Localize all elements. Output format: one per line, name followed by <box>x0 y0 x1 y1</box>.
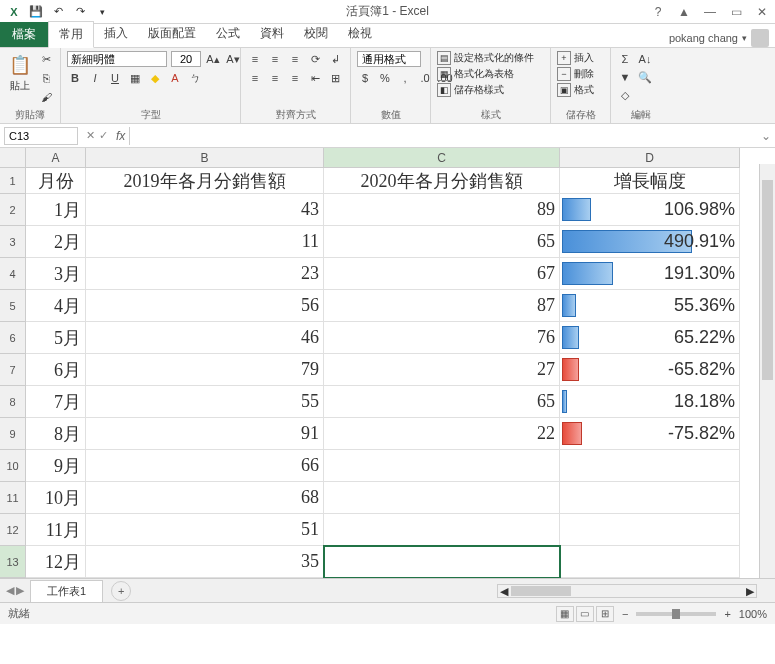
horizontal-scrollbar[interactable]: ◀▶ <box>497 584 757 598</box>
cell-C2[interactable]: 89 <box>324 194 560 226</box>
currency-icon[interactable]: $ <box>357 70 373 86</box>
undo-icon[interactable]: ↶ <box>50 4 66 20</box>
cell-B9[interactable]: 91 <box>86 418 324 450</box>
zoom-slider[interactable] <box>636 612 716 616</box>
align-bottom-icon[interactable]: ≡ <box>287 51 303 67</box>
cell-B7[interactable]: 79 <box>86 354 324 386</box>
cell-A4[interactable]: 3月 <box>26 258 86 290</box>
ribbon-tab-1[interactable]: 插入 <box>94 21 138 47</box>
col-header-A[interactable]: A <box>26 148 86 168</box>
row-header-11[interactable]: 11 <box>0 482 26 514</box>
zoom-level[interactable]: 100% <box>739 608 767 620</box>
font-color-icon[interactable]: A <box>167 70 183 86</box>
wrap-text-icon[interactable]: ↲ <box>327 51 343 67</box>
cell-B3[interactable]: 11 <box>86 226 324 258</box>
cell-B4[interactable]: 23 <box>86 258 324 290</box>
ribbon-collapse-icon[interactable]: ▲ <box>675 5 693 19</box>
sort-icon[interactable]: A↓ <box>637 51 653 67</box>
fill-icon[interactable]: ▼ <box>617 69 633 85</box>
vertical-scrollbar[interactable] <box>759 164 775 596</box>
col-header-B[interactable]: B <box>86 148 324 168</box>
sheet-nav-next-icon[interactable]: ▶ <box>16 584 24 597</box>
align-center-icon[interactable]: ≡ <box>267 70 283 86</box>
cell-C1[interactable]: 2020年各月分銷售額 <box>324 168 560 194</box>
redo-icon[interactable]: ↷ <box>72 4 88 20</box>
cell-styles-button[interactable]: ◧儲存格樣式 <box>437 83 504 97</box>
cell-C6[interactable]: 76 <box>324 322 560 354</box>
merge-icon[interactable]: ⊞ <box>327 70 343 86</box>
cell-D12[interactable] <box>560 514 740 546</box>
fx-icon[interactable]: fx <box>112 129 129 143</box>
cell-C5[interactable]: 87 <box>324 290 560 322</box>
autosum-icon[interactable]: Σ <box>617 51 633 67</box>
cell-D1[interactable]: 增長幅度 <box>560 168 740 194</box>
ribbon-tab-3[interactable]: 公式 <box>206 21 250 47</box>
row-header-12[interactable]: 12 <box>0 514 26 546</box>
row-header-13[interactable]: 13 <box>0 546 26 578</box>
number-format-select[interactable] <box>357 51 421 67</box>
underline-icon[interactable]: U <box>107 70 123 86</box>
cell-D6[interactable]: 65.22% <box>560 322 740 354</box>
cell-C3[interactable]: 65 <box>324 226 560 258</box>
ribbon-tab-4[interactable]: 資料 <box>250 21 294 47</box>
fill-color-icon[interactable]: ◆ <box>147 70 163 86</box>
normal-view-icon[interactable]: ▦ <box>556 606 574 622</box>
delete-cells-button[interactable]: −刪除 <box>557 67 594 81</box>
zoom-in-icon[interactable]: + <box>724 608 730 620</box>
accept-formula-icon[interactable]: ✓ <box>99 129 108 142</box>
cancel-formula-icon[interactable]: ✕ <box>86 129 95 142</box>
cell-D5[interactable]: 55.36% <box>560 290 740 322</box>
cell-D10[interactable] <box>560 450 740 482</box>
clear-icon[interactable]: ◇ <box>617 87 633 103</box>
row-header-6[interactable]: 6 <box>0 322 26 354</box>
ribbon-tab-0[interactable]: 常用 <box>48 21 94 48</box>
ribbon-tab-2[interactable]: 版面配置 <box>138 21 206 47</box>
cell-A10[interactable]: 9月 <box>26 450 86 482</box>
qat-dropdown-icon[interactable]: ▾ <box>94 4 110 20</box>
row-header-1[interactable]: 1 <box>0 168 26 194</box>
cell-D8[interactable]: 18.18% <box>560 386 740 418</box>
bold-icon[interactable]: B <box>67 70 83 86</box>
sheet-nav-prev-icon[interactable]: ◀ <box>6 584 14 597</box>
cell-A13[interactable]: 12月 <box>26 546 86 578</box>
percent-icon[interactable]: % <box>377 70 393 86</box>
indent-left-icon[interactable]: ⇤ <box>307 70 323 86</box>
insert-cells-button[interactable]: +插入 <box>557 51 594 65</box>
cell-A6[interactable]: 5月 <box>26 322 86 354</box>
cell-B12[interactable]: 51 <box>86 514 324 546</box>
cell-A8[interactable]: 7月 <box>26 386 86 418</box>
cell-D2[interactable]: 106.98% <box>560 194 740 226</box>
cell-B11[interactable]: 68 <box>86 482 324 514</box>
cell-B6[interactable]: 46 <box>86 322 324 354</box>
decrease-font-icon[interactable]: A▾ <box>225 51 241 67</box>
row-header-2[interactable]: 2 <box>0 194 26 226</box>
border-icon[interactable]: ▦ <box>127 70 143 86</box>
find-icon[interactable]: 🔍 <box>637 69 653 85</box>
cell-B10[interactable]: 66 <box>86 450 324 482</box>
maximize-icon[interactable]: ▭ <box>727 5 745 19</box>
italic-icon[interactable]: I <box>87 70 103 86</box>
row-header-9[interactable]: 9 <box>0 418 26 450</box>
phonetic-icon[interactable]: ㄅ <box>187 70 203 86</box>
cell-B8[interactable]: 55 <box>86 386 324 418</box>
cell-C8[interactable]: 65 <box>324 386 560 418</box>
formula-bar[interactable] <box>129 127 757 145</box>
file-tab[interactable]: 檔案 <box>0 22 48 47</box>
minimize-icon[interactable]: — <box>701 5 719 19</box>
row-header-4[interactable]: 4 <box>0 258 26 290</box>
cell-D11[interactable] <box>560 482 740 514</box>
row-header-3[interactable]: 3 <box>0 226 26 258</box>
ribbon-tab-6[interactable]: 檢視 <box>338 21 382 47</box>
cell-C10[interactable] <box>324 450 560 482</box>
cell-A11[interactable]: 10月 <box>26 482 86 514</box>
cell-D3[interactable]: 490.91% <box>560 226 740 258</box>
page-layout-view-icon[interactable]: ▭ <box>576 606 594 622</box>
cell-C4[interactable]: 67 <box>324 258 560 290</box>
cell-D13[interactable] <box>560 546 740 578</box>
add-sheet-button[interactable]: + <box>111 581 131 601</box>
comma-icon[interactable]: , <box>397 70 413 86</box>
orientation-icon[interactable]: ⟳ <box>307 51 323 67</box>
cell-B1[interactable]: 2019年各月分銷售額 <box>86 168 324 194</box>
cell-C7[interactable]: 27 <box>324 354 560 386</box>
cell-A12[interactable]: 11月 <box>26 514 86 546</box>
